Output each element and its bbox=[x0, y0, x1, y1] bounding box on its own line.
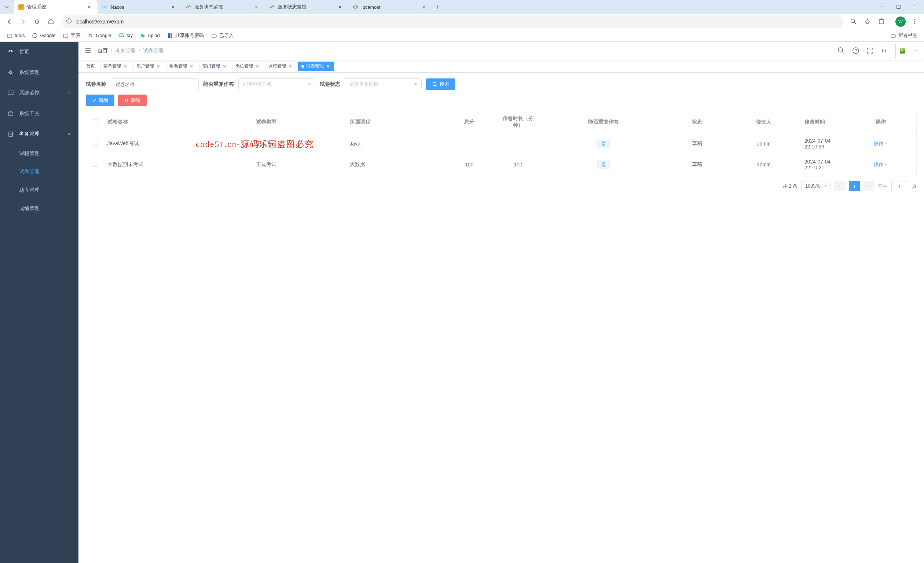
user-avatar[interactable] bbox=[896, 43, 910, 58]
bookmark-import[interactable]: 已导入 bbox=[208, 31, 237, 40]
delete-button[interactable]: 删除 bbox=[118, 94, 147, 106]
fullscreen-icon[interactable] bbox=[867, 47, 873, 55]
window-controls bbox=[873, 0, 924, 14]
search-page-icon[interactable] bbox=[848, 15, 860, 28]
bookmark-baozang[interactable]: 宝藏 bbox=[60, 31, 83, 40]
tag-course[interactable]: 课程管理✕ bbox=[265, 61, 296, 71]
bookmark-txy[interactable]: txy bbox=[116, 31, 136, 40]
minimize-button[interactable] bbox=[873, 0, 890, 14]
menu-icon[interactable] bbox=[909, 15, 921, 28]
close-icon[interactable]: ✕ bbox=[255, 4, 260, 10]
page-size-select[interactable]: 10条/页 bbox=[801, 181, 831, 191]
close-icon[interactable]: ✕ bbox=[189, 64, 194, 69]
cloud-icon bbox=[118, 33, 124, 39]
svg-rect-19 bbox=[10, 51, 11, 52]
help-icon[interactable]: ? bbox=[852, 47, 860, 55]
search-button[interactable]: 搜索 bbox=[426, 78, 455, 90]
maximize-button[interactable] bbox=[890, 0, 907, 14]
select-all-checkbox[interactable] bbox=[93, 119, 98, 124]
close-icon[interactable]: ✕ bbox=[422, 4, 428, 10]
tab-title: 管理系统 bbox=[27, 4, 84, 10]
action-row: 新增 删除 bbox=[86, 94, 916, 106]
tag-role[interactable]: 角色管理✕ bbox=[166, 61, 197, 71]
goto-page-input[interactable] bbox=[891, 181, 908, 191]
submenu-paper[interactable]: 试卷管理 bbox=[0, 163, 78, 181]
browser-tab-3[interactable]: 服务状态监控 ✕ bbox=[265, 0, 348, 14]
bookmark-google[interactable]: Google bbox=[29, 31, 58, 40]
search-icon[interactable] bbox=[837, 47, 845, 55]
status-select[interactable]: 能否重复作答 bbox=[345, 78, 422, 90]
tag-post[interactable]: 岗位管理✕ bbox=[232, 61, 263, 71]
sidebar-item-exam[interactable]: 考务管理 bbox=[0, 124, 78, 144]
search-form: 试卷名称 能否重复作答 能否重复作答 试卷状态 能否重复作答 搜索 bbox=[86, 78, 916, 90]
cell-time: 2024-07-04 22:10:21 bbox=[801, 154, 846, 175]
row-action-dropdown[interactable]: 操作 bbox=[874, 141, 888, 147]
home-button[interactable] bbox=[45, 15, 57, 28]
next-page-button[interactable] bbox=[864, 181, 874, 191]
close-window-button[interactable] bbox=[907, 0, 924, 14]
site-info-icon[interactable] bbox=[66, 18, 72, 25]
address-bar[interactable]: localhost/exam/exam bbox=[62, 15, 843, 28]
tag-dept[interactable]: 部门管理✕ bbox=[199, 61, 230, 71]
bookmarks-bar: tools Google 宝藏 GGoogle txy Souplod 共享账号… bbox=[0, 29, 924, 42]
browser-tab-4[interactable]: localhost ✕ bbox=[348, 0, 432, 14]
close-icon[interactable]: ✕ bbox=[255, 64, 260, 69]
font-size-icon[interactable]: TT bbox=[881, 47, 888, 55]
svg-point-8 bbox=[851, 19, 855, 23]
bookmark-star-icon[interactable] bbox=[861, 15, 874, 28]
repeat-select[interactable]: 能否重复作答 bbox=[238, 78, 315, 90]
row-checkbox[interactable] bbox=[93, 141, 98, 146]
tag-paper[interactable]: 试卷管理✕ bbox=[298, 61, 334, 71]
back-button[interactable] bbox=[3, 15, 15, 28]
dashboard-icon bbox=[8, 49, 14, 55]
caret-down-icon[interactable] bbox=[915, 48, 918, 54]
hamburger-icon[interactable] bbox=[84, 47, 92, 55]
submenu-score[interactable]: 成绩管理 bbox=[0, 199, 78, 218]
tag-user[interactable]: 用户管理✕ bbox=[133, 61, 164, 71]
forward-button[interactable] bbox=[17, 15, 29, 28]
submenu-course[interactable]: 课程管理 bbox=[0, 144, 78, 163]
tag-menu[interactable]: 菜单管理✕ bbox=[100, 61, 131, 71]
check-icon bbox=[92, 98, 96, 103]
close-icon[interactable]: ✕ bbox=[326, 64, 331, 69]
breadcrumb-home[interactable]: 首页 bbox=[98, 48, 108, 54]
breadcrumb-mid[interactable]: 考务管理 bbox=[115, 48, 136, 54]
favicon-icon bbox=[102, 4, 108, 10]
app-header: 首页 / 考务管理 / 试卷管理 ? TT bbox=[78, 42, 924, 60]
bookmark-uplod[interactable]: Souplod bbox=[137, 31, 163, 40]
paper-name-input[interactable] bbox=[111, 78, 199, 90]
all-bookmarks[interactable]: 所有书签 bbox=[887, 31, 920, 40]
sidebar-item-home[interactable]: 首页 bbox=[0, 42, 78, 62]
svg-text:So: So bbox=[140, 33, 146, 38]
browser-tab-2[interactable]: 服务状态监控 ✕ bbox=[181, 0, 265, 14]
close-icon[interactable]: ✕ bbox=[338, 4, 344, 10]
browser-tab-1[interactable]: Nacos ✕ bbox=[98, 0, 181, 14]
submenu-question[interactable]: 题库管理 bbox=[0, 181, 78, 199]
browser-tab-0[interactable]: 管理系统 ✕ bbox=[14, 0, 98, 14]
new-tab-button[interactable] bbox=[432, 0, 444, 14]
bookmark-tools[interactable]: tools bbox=[4, 31, 27, 40]
row-action-dropdown[interactable]: 操作 bbox=[874, 161, 888, 168]
reload-button[interactable] bbox=[31, 15, 43, 28]
sidebar-item-systool[interactable]: 系统工具 bbox=[0, 103, 78, 124]
bookmark-google2[interactable]: GGoogle bbox=[85, 31, 114, 40]
tag-home[interactable]: 首页 bbox=[83, 61, 98, 71]
close-icon[interactable]: ✕ bbox=[171, 4, 177, 10]
bookmark-share[interactable]: 共享账号密码 bbox=[164, 31, 207, 40]
close-icon[interactable]: ✕ bbox=[156, 64, 161, 69]
page-1-button[interactable]: 1 bbox=[849, 181, 860, 191]
tab-search-dropdown[interactable] bbox=[0, 0, 14, 14]
close-icon[interactable]: ✕ bbox=[222, 64, 227, 69]
prev-page-button[interactable] bbox=[834, 181, 845, 191]
sidebar-item-sysmon[interactable]: 系统监控 bbox=[0, 83, 78, 103]
sidebar-item-sysmgmt[interactable]: 系统管理 bbox=[0, 62, 78, 83]
row-checkbox[interactable] bbox=[93, 162, 98, 167]
extensions-icon[interactable] bbox=[875, 15, 888, 28]
profile-avatar[interactable]: W bbox=[896, 16, 906, 27]
tool-icon bbox=[8, 111, 14, 117]
close-icon[interactable]: ✕ bbox=[123, 64, 128, 69]
add-button[interactable]: 新增 bbox=[86, 94, 114, 106]
close-icon[interactable]: ✕ bbox=[288, 64, 293, 69]
close-icon[interactable]: ✕ bbox=[87, 4, 93, 10]
app-root: 首页 系统管理 系统监控 系统工具 考务管理 课程管理 试卷管理 题库管理 成绩… bbox=[0, 42, 924, 563]
